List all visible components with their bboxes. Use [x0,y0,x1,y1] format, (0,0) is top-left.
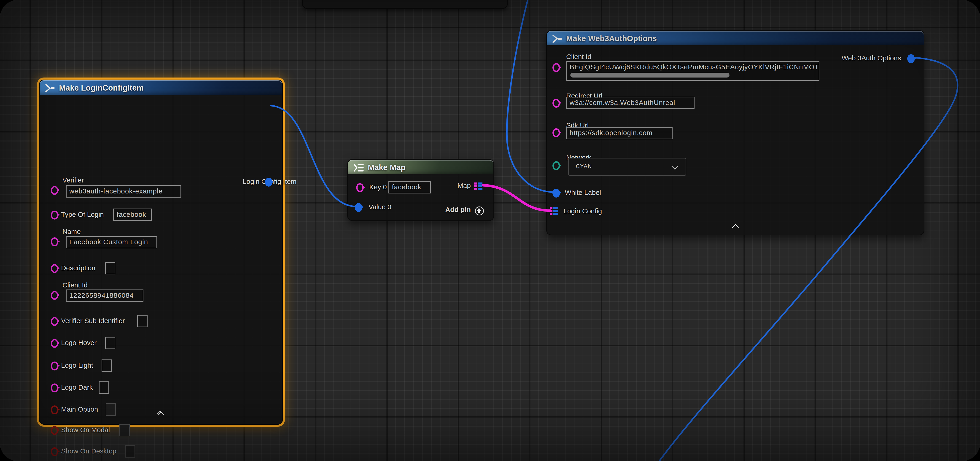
field-label: Logo Dark [61,383,93,391]
node-title: Make Map [368,163,406,172]
pin-redirect-url[interactable] [552,99,560,108]
output-pin-login-config-item[interactable] [265,178,272,187]
field-label: Key 0 [369,183,387,191]
logo-dark-input[interactable] [99,382,109,394]
make-struct-icon [45,83,55,92]
field-label: Description [61,264,95,272]
verifier-sub-identifier-input[interactable] [137,315,148,327]
field-label: Login Config [563,207,602,215]
field-label: Client Id [566,53,591,60]
pin-key-0[interactable] [356,183,364,192]
network-dropdown[interactable]: CYAN [568,158,686,176]
pin-logo-dark[interactable] [51,383,58,393]
field-label: Show On Desktop [61,447,116,455]
node-header[interactable]: Make LoginConfigItem [40,80,282,95]
collapse-node-button[interactable] [156,410,165,416]
client-id-input[interactable]: BEglQSgt4cUWcj6SKRdu5QkOXTsePmMcusG5EAoy… [566,61,819,81]
make-map-icon [353,163,364,172]
output-pin-web3auth-options[interactable] [907,54,915,63]
field-label: Value 0 [369,203,391,211]
add-pin-icon[interactable] [475,207,484,215]
pin-name[interactable] [51,237,58,246]
collapse-node-button[interactable] [732,224,740,230]
node-header[interactable]: Make Web3AuthOptions [547,31,924,45]
logo-light-input[interactable] [102,359,112,372]
network-selected-value: CYAN [576,163,592,169]
input-scrollbar[interactable] [570,73,730,78]
chevron-down-icon [671,163,678,170]
pin-sdk-url[interactable] [552,128,560,137]
pin-description[interactable] [51,264,58,273]
pin-value-0[interactable] [355,203,362,212]
pin-verifier[interactable] [51,186,58,195]
field-label: Show On Modal [61,426,110,434]
pin-white-label[interactable] [552,189,560,197]
show-on-desktop-checkbox[interactable] [125,445,135,458]
key-0-input[interactable]: facebook [388,181,431,194]
pin-verifier-sub-identifier[interactable] [51,317,58,326]
node-title: Make LoginConfigItem [59,84,144,92]
description-input[interactable] [105,262,115,274]
pin-main-option[interactable] [51,405,58,414]
offscreen-node-edge[interactable] [302,0,508,9]
field-label: Logo Hover [61,339,97,347]
field-label: Main Option [61,405,98,413]
client-id-input[interactable]: 1222658941886084 [66,289,143,302]
node-make-map[interactable]: Make Map Key 0 facebook Map Value 0 Add … [347,159,494,221]
pin-logo-light[interactable] [51,361,58,370]
field-label: White Label [565,189,601,196]
pin-logo-hover[interactable] [51,339,58,348]
pin-client-id[interactable] [552,63,560,72]
node-make-loginconfigitem[interactable]: Make LoginConfigItem Login Config Item V… [39,79,283,424]
show-on-modal-checkbox[interactable] [119,424,130,436]
verifier-input[interactable]: web3auth-facebook-example [66,185,181,197]
node-header[interactable]: Make Map [348,160,493,174]
sdk-url-input[interactable]: https://sdk.openlogin.com [566,127,673,139]
name-input[interactable]: Facebook Custom Login [66,236,157,248]
pin-show-on-modal[interactable] [51,426,58,435]
redirect-url-input[interactable]: w3a://com.w3a.Web3AuthUnreal [566,97,695,109]
field-label: Logo Light [61,361,93,369]
field-label: Verifier [62,176,84,184]
blueprint-canvas[interactable]: Make LoginConfigItem Login Config Item V… [0,0,980,461]
node-make-web3authoptions[interactable]: Make Web3AuthOptions Web 3Auth Options C… [546,30,924,235]
field-label: Type Of Login [61,211,104,218]
make-struct-icon [552,34,562,43]
logo-hover-input[interactable] [105,337,115,349]
field-label: Client Id [62,281,88,289]
client-id-text: BEglQSgt4cUWcj6SKRdu5QkOXTsePmMcusG5EAoy… [570,63,819,71]
output-pin-label: Map [433,182,471,189]
node-title: Make Web3AuthOptions [566,34,657,43]
output-pin-map[interactable] [474,183,482,190]
type-of-login-input[interactable]: facebook [113,208,152,221]
pin-type-of-login[interactable] [51,211,58,219]
field-label: Name [62,228,81,235]
pin-client-id[interactable] [51,291,58,300]
output-pin-label: Web 3Auth Options [783,54,901,62]
pin-network[interactable] [552,161,560,170]
main-option-checkbox[interactable] [106,403,116,416]
output-pin-label: Login Config Item [200,178,296,185]
pin-show-on-desktop[interactable] [51,447,58,456]
add-pin-label[interactable]: Add pin [433,206,471,213]
field-label: Verifier Sub Identifier [61,317,125,324]
